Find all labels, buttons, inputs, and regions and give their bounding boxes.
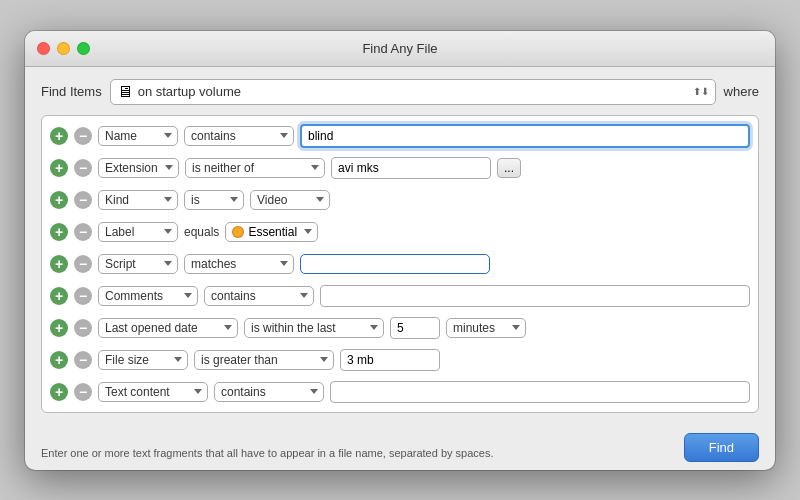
remove-rule-button[interactable]: − xyxy=(74,191,92,209)
script-value-select[interactable]: Is excluded from backup xyxy=(300,254,490,274)
ellipsis-button[interactable]: ... xyxy=(497,158,521,178)
kind-value-select[interactable]: Video xyxy=(250,190,330,210)
operator-select[interactable]: contains xyxy=(214,382,324,402)
value-input[interactable] xyxy=(331,157,491,179)
volume-select[interactable]: 🖥 on startup volume ⬆⬇ xyxy=(110,79,716,105)
main-window: Find Any File Find Items 🖥 on startup vo… xyxy=(25,31,775,470)
add-rule-button[interactable]: + xyxy=(50,351,68,369)
footer: Enter one or more text fragments that al… xyxy=(25,425,775,470)
field-select[interactable]: Name xyxy=(98,126,178,146)
field-select[interactable]: Text content xyxy=(98,382,208,402)
remove-rule-button[interactable]: − xyxy=(74,223,92,241)
remove-rule-button[interactable]: − xyxy=(74,319,92,337)
operator-label: equals xyxy=(184,225,219,239)
find-button[interactable]: Find xyxy=(684,433,759,462)
maximize-button[interactable] xyxy=(77,42,90,55)
table-row: + − Kind is Video xyxy=(50,186,750,214)
titlebar: Find Any File xyxy=(25,31,775,67)
window-title: Find Any File xyxy=(362,41,437,56)
field-select[interactable]: Last opened date xyxy=(98,318,238,338)
operator-select[interactable]: is within the last xyxy=(244,318,384,338)
date-unit-select[interactable]: minutes xyxy=(446,318,526,338)
value-input[interactable] xyxy=(330,381,750,403)
remove-rule-button[interactable]: − xyxy=(74,159,92,177)
value-input[interactable] xyxy=(340,349,440,371)
add-rule-button[interactable]: + xyxy=(50,191,68,209)
table-row: + − Last opened date is within the last … xyxy=(50,314,750,342)
add-rule-button[interactable]: + xyxy=(50,383,68,401)
table-row: + − Label equals Essential xyxy=(50,218,750,246)
operator-select[interactable]: is greater than xyxy=(194,350,334,370)
field-select[interactable]: Script xyxy=(98,254,178,274)
close-button[interactable] xyxy=(37,42,50,55)
field-select[interactable]: File size xyxy=(98,350,188,370)
remove-rule-button[interactable]: − xyxy=(74,255,92,273)
label-value-select[interactable]: Essential xyxy=(225,222,318,242)
table-row: + − Script matches Is excluded from back… xyxy=(50,250,750,278)
table-row: + − Extension is neither of ... xyxy=(50,154,750,182)
volume-icon: 🖥 xyxy=(117,83,133,101)
field-select[interactable]: Label xyxy=(98,222,178,242)
operator-select[interactable]: matches xyxy=(184,254,294,274)
add-rule-button[interactable]: + xyxy=(50,223,68,241)
table-row: + − File size is greater than xyxy=(50,346,750,374)
operator-select[interactable]: contains xyxy=(184,126,294,146)
field-select[interactable]: Extension xyxy=(98,158,179,178)
find-items-row: Find Items 🖥 on startup volume ⬆⬇ where xyxy=(41,79,759,105)
find-items-label: Find Items xyxy=(41,84,102,99)
traffic-lights xyxy=(37,42,90,55)
add-rule-button[interactable]: + xyxy=(50,319,68,337)
minimize-button[interactable] xyxy=(57,42,70,55)
volume-text: on startup volume xyxy=(138,84,688,99)
table-row: + − Comments contains xyxy=(50,282,750,310)
add-rule-button[interactable]: + xyxy=(50,255,68,273)
date-value-input[interactable] xyxy=(390,317,440,339)
add-rule-button[interactable]: + xyxy=(50,159,68,177)
remove-rule-button[interactable]: − xyxy=(74,351,92,369)
value-input[interactable] xyxy=(300,124,750,148)
operator-select[interactable]: contains xyxy=(204,286,314,306)
table-row: + − Text content contains xyxy=(50,378,750,406)
volume-chevron-icon: ⬆⬇ xyxy=(693,86,709,97)
operator-select[interactable]: is neither of xyxy=(185,158,325,178)
color-dot xyxy=(232,226,244,238)
table-row: + − Name contains xyxy=(50,122,750,150)
operator-select[interactable]: is xyxy=(184,190,244,210)
remove-rule-button[interactable]: − xyxy=(74,287,92,305)
remove-rule-button[interactable]: − xyxy=(74,383,92,401)
footer-hint: Enter one or more text fragments that al… xyxy=(41,446,493,461)
field-select[interactable]: Comments xyxy=(98,286,198,306)
add-rule-button[interactable]: + xyxy=(50,127,68,145)
where-label: where xyxy=(724,84,759,99)
value-input[interactable] xyxy=(320,285,750,307)
rules-container: + − Name contains + − Extension is neith… xyxy=(41,115,759,413)
label-value-text: Essential xyxy=(248,225,297,239)
remove-rule-button[interactable]: − xyxy=(74,127,92,145)
field-select[interactable]: Kind xyxy=(98,190,178,210)
content-area: Find Items 🖥 on startup volume ⬆⬇ where … xyxy=(25,67,775,425)
add-rule-button[interactable]: + xyxy=(50,287,68,305)
